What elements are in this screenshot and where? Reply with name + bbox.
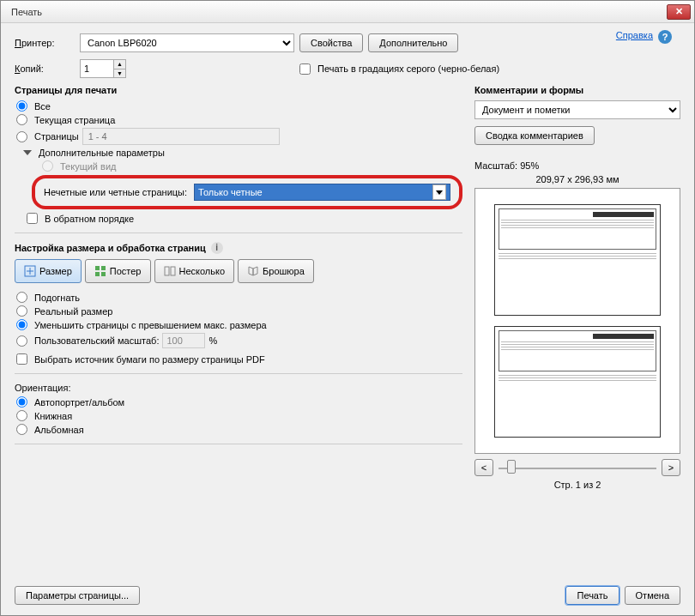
- chevron-down-icon: [23, 150, 32, 155]
- pages-range-radio[interactable]: [16, 131, 27, 142]
- scale-label: Масштаб: 95%: [474, 160, 680, 171]
- fit-radio[interactable]: [16, 292, 27, 303]
- dimensions-label: 209,97 x 296,93 мм: [474, 174, 680, 184]
- tab-poster[interactable]: Постер: [85, 259, 151, 283]
- preview-page-2: [494, 326, 661, 438]
- current-view-row[interactable]: Текущий вид: [40, 160, 462, 172]
- pages-range-input[interactable]: [82, 128, 280, 145]
- orient-auto-row[interactable]: Автопортрет/альбом: [15, 396, 462, 408]
- help-link[interactable]: Справка: [616, 30, 653, 40]
- svg-rect-3: [95, 272, 100, 276]
- print-dialog: Печать ✕ Справка ? Принтер: Canon LBP602…: [0, 0, 695, 616]
- booklet-icon: [247, 265, 259, 277]
- fit-row[interactable]: Подогнать: [15, 292, 462, 303]
- printer-label: Принтер:: [15, 38, 75, 48]
- orient-landscape-row[interactable]: Альбомная: [15, 424, 462, 435]
- pages-all-row[interactable]: Все: [15, 100, 462, 112]
- pages-range-row[interactable]: Страницы: [15, 128, 462, 145]
- custom-scale-radio[interactable]: [16, 335, 27, 347]
- svg-rect-6: [171, 267, 175, 275]
- actual-row[interactable]: Реальный размер: [15, 305, 462, 317]
- grayscale-checkbox-row[interactable]: Печать в градациях серого (черно-белая): [299, 63, 499, 75]
- paper-source-checkbox[interactable]: [16, 353, 27, 365]
- printer-select[interactable]: Canon LBP6020: [80, 33, 294, 52]
- paper-source-row[interactable]: Выбрать источник бумаги по размеру стран…: [15, 353, 462, 365]
- advanced-button[interactable]: Дополнительно: [368, 33, 458, 52]
- orient-portrait-radio[interactable]: [16, 410, 27, 421]
- page-slider[interactable]: [499, 460, 656, 475]
- help-icon[interactable]: ?: [658, 30, 672, 44]
- prev-page-button[interactable]: <: [474, 459, 493, 476]
- pages-current-row[interactable]: Текущая страница: [15, 114, 462, 125]
- next-page-button[interactable]: >: [662, 459, 680, 476]
- reverse-row[interactable]: В обратном порядке: [25, 213, 462, 224]
- copies-input[interactable]: [81, 60, 113, 77]
- spin-down-icon[interactable]: ▼: [114, 69, 125, 78]
- odd-even-select[interactable]: Только четные: [194, 184, 450, 201]
- chevron-down-icon: [436, 190, 443, 195]
- pages-all-radio[interactable]: [16, 100, 27, 112]
- orient-landscape-radio[interactable]: [16, 424, 27, 435]
- comments-select[interactable]: Документ и пометки: [474, 100, 680, 119]
- poster-icon: [94, 265, 106, 277]
- window-title: Печать: [11, 7, 667, 17]
- page-counter: Стр. 1 из 2: [474, 480, 680, 490]
- print-button[interactable]: Печать: [565, 586, 619, 605]
- sizing-heading: Настройка размера и обработка страниц i: [15, 242, 462, 254]
- page-setup-button[interactable]: Параметры страницы...: [15, 586, 140, 605]
- more-params-toggle[interactable]: Дополнительные параметры: [21, 148, 462, 158]
- multiple-icon: [164, 265, 176, 277]
- size-icon: [24, 265, 36, 277]
- svg-rect-5: [165, 267, 169, 275]
- comments-heading: Комментарии и формы: [474, 85, 680, 95]
- pages-heading: Страницы для печати: [15, 85, 462, 95]
- svg-rect-4: [101, 272, 106, 276]
- orient-auto-radio[interactable]: [16, 396, 27, 408]
- close-button[interactable]: ✕: [667, 4, 691, 20]
- orientation-heading: Ориентация:: [15, 383, 462, 393]
- current-view-radio: [42, 160, 53, 172]
- pages-current-radio[interactable]: [16, 114, 27, 125]
- preview-page-1: [494, 204, 661, 316]
- spin-up-icon[interactable]: ▲: [114, 60, 125, 69]
- info-icon[interactable]: i: [211, 242, 223, 254]
- tab-size[interactable]: Размер: [15, 259, 82, 283]
- titlebar: Печать ✕: [1, 1, 694, 23]
- svg-rect-2: [101, 266, 106, 270]
- summary-button[interactable]: Сводка комментариев: [474, 126, 595, 145]
- copies-label: Копий:: [15, 63, 75, 74]
- tab-multiple[interactable]: Несколько: [154, 259, 235, 283]
- properties-button[interactable]: Свойства: [299, 33, 363, 52]
- custom-scale-input[interactable]: [162, 333, 205, 348]
- grayscale-checkbox[interactable]: [299, 63, 311, 75]
- reverse-checkbox[interactable]: [27, 213, 38, 224]
- cancel-button[interactable]: Отмена: [625, 586, 680, 605]
- tab-booklet[interactable]: Брошюра: [238, 259, 314, 283]
- slider-thumb[interactable]: [507, 460, 516, 474]
- shrink-radio[interactable]: [16, 319, 27, 330]
- svg-rect-1: [95, 266, 100, 270]
- print-preview: [474, 188, 680, 454]
- orient-portrait-row[interactable]: Книжная: [15, 410, 462, 421]
- actual-radio[interactable]: [16, 305, 27, 317]
- grayscale-label: Печать в градациях серого (черно-белая): [317, 63, 499, 74]
- shrink-row[interactable]: Уменьшить страницы с превышением макс. р…: [15, 319, 462, 330]
- odd-even-highlight: Нечетные или четные страницы: Только чет…: [32, 175, 462, 209]
- custom-scale-row[interactable]: Пользовательский масштаб: %: [15, 333, 462, 348]
- odd-even-label: Нечетные или четные страницы:: [44, 187, 187, 197]
- copies-spinner[interactable]: ▲▼: [80, 59, 126, 78]
